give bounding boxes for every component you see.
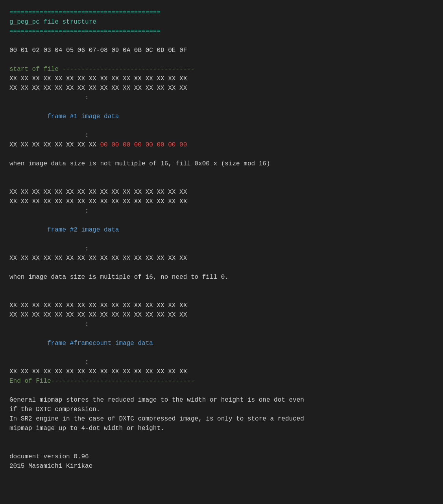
xx-row-1c: XX XX XX XX XX XX XX XX 00 00 00 00 00 0… bbox=[9, 141, 187, 148]
xx-row-2c: XX XX XX XX XX XX XX XX XX XX XX XX XX X… bbox=[9, 255, 187, 262]
separator-bottom: ======================================== bbox=[9, 28, 161, 35]
xx-row-3c: XX XX XX XX XX XX XX XX XX XX XX XX XX X… bbox=[9, 368, 187, 375]
xx-row-1b: XX XX XX XX XX XX XX XX XX XX XX XX XX X… bbox=[9, 85, 187, 92]
colon-5: : bbox=[85, 321, 89, 328]
xx-row-2a: XX XX XX XX XX XX XX XX XX XX XX XX XX X… bbox=[9, 189, 187, 196]
file-structure-doc: ========================================… bbox=[9, 8, 434, 471]
xx-row-1a: XX XX XX XX XX XX XX XX XX XX XX XX XX X… bbox=[9, 75, 187, 82]
frame1-label: frame #1 image data bbox=[47, 113, 119, 120]
frame2-label: frame #2 image data bbox=[47, 226, 119, 233]
xx-row-3a: XX XX XX XX XX XX XX XX XX XX XX XX XX X… bbox=[9, 302, 187, 309]
colon-1: : bbox=[85, 94, 89, 101]
colon-2: : bbox=[85, 132, 89, 139]
author: 2015 Masamichi Kirikae bbox=[9, 463, 92, 470]
fill-note: when image data size is not multiple of … bbox=[9, 160, 270, 167]
colon-3: : bbox=[85, 208, 89, 215]
framecount-label: frame #framecount image data bbox=[47, 340, 153, 347]
separator-top: ======================================== bbox=[9, 9, 161, 16]
colon-6: : bbox=[85, 359, 89, 366]
document-version: document version 0.96 bbox=[9, 453, 89, 460]
end-of-file: End of File-----------------------------… bbox=[9, 378, 194, 385]
hex-header: 00 01 02 03 04 05 06 07-08 09 0A 0B 0C 0… bbox=[9, 47, 187, 54]
general-mipmap-text: General mipmap stores the reduced image … bbox=[9, 397, 304, 432]
xx-row-2b: XX XX XX XX XX XX XX XX XX XX XX XX XX X… bbox=[9, 198, 187, 205]
colon-4: : bbox=[85, 245, 89, 252]
title: g_peg_pc file structure bbox=[9, 19, 96, 26]
xx-row-3b: XX XX XX XX XX XX XX XX XX XX XX XX XX X… bbox=[9, 311, 187, 319]
red-bytes-1: 00 00 00 00 00 00 00 00 bbox=[100, 141, 187, 148]
multiple-note: when image data size is multiple of 16, … bbox=[9, 274, 229, 281]
start-of-file-label: start of file --------------------------… bbox=[9, 66, 194, 73]
